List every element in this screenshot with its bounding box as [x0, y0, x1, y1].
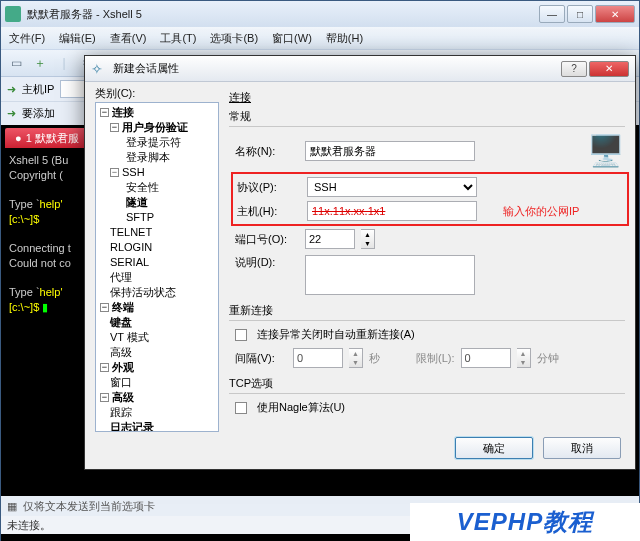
session-properties-dialog: ✧ 新建会话属性 ? ✕ 类别(C): −连接 −用户身份验证 登录提示符 登录…	[84, 55, 636, 470]
tree-keep[interactable]: 保持活动状态	[96, 285, 218, 300]
tree-rlogin[interactable]: RLOGIN	[96, 240, 218, 255]
min-label: 分钟	[537, 351, 559, 366]
menu-tabs[interactable]: 选项卡(B)	[210, 31, 258, 46]
add-arrow-icon: ➜	[7, 107, 16, 120]
host-highlight-box: 协议(P): SSH 主机(H): 输入你的公网IP	[231, 172, 629, 226]
tab-label: 1 默默君服	[26, 131, 79, 146]
port-spinner[interactable]: ▲▼	[361, 229, 375, 249]
tree-sftp[interactable]: SFTP	[96, 210, 218, 225]
tree-auth[interactable]: −用户身份验证	[96, 120, 218, 135]
tree-advterm[interactable]: 高级	[96, 345, 218, 360]
host-label: 主机(H):	[237, 204, 301, 219]
port-label: 端口号(O):	[235, 232, 299, 247]
tree-trace[interactable]: 跟踪	[96, 405, 218, 420]
dialog-icon: ✧	[91, 61, 107, 77]
close-button[interactable]: ✕	[595, 5, 635, 23]
menu-tools[interactable]: 工具(T)	[160, 31, 196, 46]
interval-spinner[interactable]: ▲▼	[349, 348, 363, 368]
dialog-help-button[interactable]: ?	[561, 61, 587, 77]
minimize-button[interactable]: —	[539, 5, 565, 23]
name-label: 名称(N):	[235, 144, 299, 159]
add-icon[interactable]: ＋	[31, 54, 49, 72]
tree-log[interactable]: 日志记录	[96, 420, 218, 432]
maximize-button[interactable]: □	[567, 5, 593, 23]
interval-label: 间隔(V):	[235, 351, 287, 366]
host-hint: 输入你的公网IP	[503, 204, 579, 219]
desc-label: 说明(D):	[235, 255, 299, 270]
tree-ssh[interactable]: −SSH	[96, 165, 218, 180]
app-icon	[5, 6, 21, 22]
menu-edit[interactable]: 编辑(E)	[59, 31, 96, 46]
nagle-label: 使用Nagle算法(U)	[257, 400, 345, 415]
tree-security[interactable]: 安全性	[96, 180, 218, 195]
cancel-button[interactable]: 取消	[543, 437, 621, 459]
section-connect: 连接	[229, 90, 625, 105]
tree-script[interactable]: 登录脚本	[96, 150, 218, 165]
section-tcp: TCP选项	[229, 376, 625, 391]
watermark: VEPHP教程	[410, 503, 640, 541]
reconnect-label: 连接异常关闭时自动重新连接(A)	[257, 327, 415, 342]
menu-window[interactable]: 窗口(W)	[272, 31, 312, 46]
proto-label: 协议(P):	[237, 180, 301, 195]
menubar: 文件(F) 编辑(E) 查看(V) 工具(T) 选项卡(B) 窗口(W) 帮助(…	[1, 27, 639, 49]
tree-telnet[interactable]: TELNET	[96, 225, 218, 240]
desc-input[interactable]	[305, 255, 475, 295]
tree-vt[interactable]: VT 模式	[96, 330, 218, 345]
tab-dot-icon: ●	[15, 132, 22, 144]
protocol-select[interactable]: SSH	[307, 177, 477, 197]
add-label: 要添加	[22, 106, 55, 121]
category-tree[interactable]: −连接 −用户身份验证 登录提示符 登录脚本 −SSH 安全性 隧道 SFTP …	[95, 102, 219, 432]
nagle-checkbox[interactable]	[235, 402, 247, 414]
tree-window[interactable]: 窗口	[96, 375, 218, 390]
tree-proxy[interactable]: 代理	[96, 270, 218, 285]
tree-serial[interactable]: SERIAL	[96, 255, 218, 270]
new-icon[interactable]: ▭	[7, 54, 25, 72]
tree-keyboard[interactable]: 键盘	[96, 315, 218, 330]
name-input[interactable]	[305, 141, 475, 161]
tree-tunnel[interactable]: 隧道	[96, 195, 218, 210]
dialog-titlebar[interactable]: ✧ 新建会话属性 ? ✕	[85, 56, 635, 82]
category-label: 类别(C):	[95, 86, 135, 101]
tree-appearance[interactable]: −外观	[96, 360, 218, 375]
tree-connect[interactable]: −连接	[96, 105, 218, 120]
sendbar-text: 仅将文本发送到当前选项卡	[23, 499, 155, 514]
tree-prompt[interactable]: 登录提示符	[96, 135, 218, 150]
menu-help[interactable]: 帮助(H)	[326, 31, 363, 46]
window-title: 默默君服务器 - Xshell 5	[27, 7, 539, 22]
menu-file[interactable]: 文件(F)	[9, 31, 45, 46]
menu-view[interactable]: 查看(V)	[110, 31, 147, 46]
dialog-title: 新建会话属性	[113, 61, 561, 76]
sep: |	[55, 54, 73, 72]
host-label: 主机IP	[22, 82, 54, 97]
sec-label: 秒	[369, 351, 380, 366]
tree-advanced[interactable]: −高级	[96, 390, 218, 405]
dialog-close-button[interactable]: ✕	[589, 61, 629, 77]
limit-input[interactable]	[461, 348, 511, 368]
port-input[interactable]	[305, 229, 355, 249]
host-input-field[interactable]	[307, 201, 477, 221]
ok-button[interactable]: 确定	[455, 437, 533, 459]
session-tab[interactable]: ● 1 默默君服	[5, 128, 89, 148]
status-left: 未连接。	[7, 518, 51, 533]
tree-terminal[interactable]: −终端	[96, 300, 218, 315]
dialog-content: 连接 常规 名称(N): 🖥️ 协议(P): SSH 主机(H):	[229, 88, 625, 432]
limit-spinner[interactable]: ▲▼	[517, 348, 531, 368]
titlebar[interactable]: 默默君服务器 - Xshell 5 — □ ✕	[1, 1, 639, 27]
section-general: 常规	[229, 109, 625, 124]
reconnect-checkbox[interactable]	[235, 329, 247, 341]
send-icon: ▦	[7, 500, 17, 513]
host-arrow-icon: ➜	[7, 83, 16, 96]
connection-big-icon: 🖥️	[585, 133, 625, 169]
section-reconnect: 重新连接	[229, 303, 625, 318]
interval-input[interactable]	[293, 348, 343, 368]
limit-label: 限制(L):	[416, 351, 455, 366]
